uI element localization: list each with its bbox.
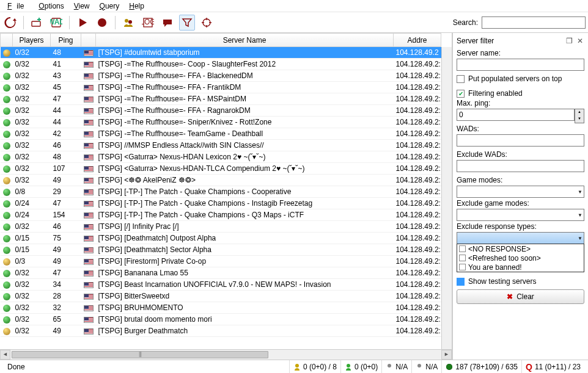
filter-icon[interactable]	[179, 15, 195, 31]
cell-ping: 49	[51, 244, 81, 256]
target-icon[interactable]	[199, 15, 215, 31]
cell-ping: 42	[51, 128, 81, 140]
buddies-icon[interactable]	[120, 15, 136, 31]
populated-checkbox[interactable]: Put populated servers on top	[457, 74, 584, 83]
table-row[interactable]: 0/2447[TSPG] [-TP-] The Patch - Quake Ch…	[1, 198, 441, 209]
add-server-icon[interactable]	[29, 15, 45, 31]
search-input[interactable]	[482, 16, 586, 29]
menu-file[interactable]: File	[2, 1, 34, 12]
table-row[interactable]: 0/3241[TSPG] -=The Ruffhouse=- Coop - Sl…	[1, 59, 441, 70]
dropdown-option[interactable]: <NO RESPONSE>	[457, 244, 584, 253]
country-flag-icon	[84, 96, 94, 103]
close-icon[interactable]: ✕	[576, 37, 584, 45]
cell-addr: 104.128.49.2:	[394, 256, 441, 267]
cell-players: 0/32	[13, 151, 51, 163]
show-testing-checkbox[interactable]: Show testing servers	[457, 277, 584, 286]
game-modes-select[interactable]: ▼	[457, 186, 584, 198]
exclude-wads-input[interactable]	[457, 160, 584, 172]
server-status-icon	[3, 189, 10, 196]
table-row[interactable]: 0/3249[TSPG] Burger Deathmatch104.128.49…	[1, 325, 441, 337]
server-table-wrap: Players Ping Server Name Addre 0/3248[TS…	[0, 33, 452, 360]
col-flag[interactable]	[81, 34, 96, 47]
table-row[interactable]: 0/3246[TSPG] [/] Infinity Prac [/]104.12…	[1, 221, 441, 233]
horizontal-scrollbar[interactable]: ◄ ►	[0, 349, 452, 360]
table-row[interactable]: 0/3234[TSPG] Beast Incarnation UNOFFICIA…	[1, 279, 441, 291]
server-name-label: Server name:	[457, 49, 584, 57]
table-row[interactable]: 0/349[TSPG] [Firestorm] Private Co-op104…	[1, 256, 441, 267]
col-name[interactable]: Server Name	[96, 34, 394, 47]
cell-addr: 104.128.49.2:	[394, 140, 441, 151]
table-row[interactable]: 0/1549[TSPG] [Deathmatch] Sector Alpha10…	[1, 244, 441, 256]
menu-bar: File Options View Query Help	[0, 0, 588, 12]
table-row[interactable]: 0/3265[TSPG] brutal doom momento mori104…	[1, 314, 441, 325]
table-row[interactable]: 0/829[TSPG] [-TP-] The Patch - Quake Cha…	[1, 186, 441, 198]
play-icon[interactable]	[75, 15, 90, 31]
country-flag-icon	[84, 328, 94, 335]
cell-players: 0/32	[13, 221, 51, 233]
dropdown-option[interactable]: <Refreshed too soon>	[457, 253, 584, 263]
table-row[interactable]: 0/1575[TSPG] [Deathmatch] Outpost Alpha1…	[1, 233, 441, 244]
table-row[interactable]: 0/3232[TSPG] BRUHMOMENTO104.128.49.2:	[1, 302, 441, 314]
cell-ping: 107	[51, 163, 81, 175]
wads-input[interactable]	[457, 134, 584, 147]
server-status-icon	[3, 165, 10, 173]
menu-query[interactable]: Query	[95, 1, 125, 12]
cell-ping: 48	[51, 151, 81, 163]
menu-options[interactable]: Options	[34, 1, 68, 12]
table-row[interactable]: 0/3248[TSPG] <Gaturra> Nexus-HDAN Lexico…	[1, 151, 441, 163]
log-icon[interactable]: LOG	[140, 15, 156, 31]
table-row[interactable]: 0/32107[TSPG] <Gaturra> Nexus-HDAN-TLCA …	[1, 163, 441, 175]
table-row[interactable]: 0/3244[TSPG] -=The Ruffhouse=- Sniper/Kn…	[1, 117, 441, 128]
table-row[interactable]: 0/3242[TSPG] -=The Ruffhouse=- TeamGame …	[1, 128, 441, 140]
col-ping[interactable]: Ping	[51, 34, 81, 47]
dropdown-option[interactable]: You are banned!	[457, 263, 584, 272]
country-flag-icon	[84, 73, 94, 79]
country-flag-icon	[84, 120, 94, 126]
table-row[interactable]: 0/3243[TSPG] -=The Ruffhouse=- FFA - Bla…	[1, 70, 441, 82]
country-flag-icon	[84, 50, 94, 56]
exclude-response-select[interactable]: ▼ <NO RESPONSE><Refreshed too soon>You a…	[457, 232, 584, 244]
col-players[interactable]: Players	[13, 34, 51, 47]
cell-addr: 104.128.49.2:	[394, 128, 441, 140]
table-row[interactable]: 0/3249[TSPG] <☸❂ AkelPeniZ ☸❂>104.128.49…	[1, 175, 441, 186]
exclude-response-label: Exclude response types:	[457, 222, 584, 231]
server-status-icon	[3, 235, 10, 242]
server-status-icon	[3, 328, 10, 335]
table-row[interactable]: 0/3247[TSPG] Bananana Lmao 55104.128.49.…	[1, 267, 441, 279]
menu-help[interactable]: Help	[124, 1, 149, 12]
filtering-enabled-checkbox[interactable]: ✔Filtering enabled	[457, 89, 584, 98]
col-addr[interactable]: Addre	[394, 34, 441, 47]
table-row[interactable]: 0/3246[TSPG] //MMSP Endless Attack//with…	[1, 140, 441, 151]
col-icon[interactable]	[1, 34, 13, 47]
cell-name: [TSPG] -=The Ruffhouse=- Sniper/Knivez -…	[96, 117, 394, 128]
record-icon[interactable]	[94, 15, 110, 31]
server-status-icon	[3, 131, 10, 138]
table-row[interactable]: 0/3248[TSPG] #doulmtwid stabporium104.12…	[1, 47, 441, 59]
table-row[interactable]: 0/24154[TSPG] [-TP-] The Patch - Quake C…	[1, 209, 441, 221]
table-row[interactable]: 0/3228[TSPG] BitterSweetxd104.128.49.2:	[1, 291, 441, 302]
server-name-input[interactable]	[457, 59, 584, 71]
country-flag-icon	[84, 259, 94, 265]
clear-button[interactable]: ✖Clear	[457, 289, 584, 304]
exclude-game-modes-select[interactable]: ▼	[457, 209, 584, 221]
vertical-scrollbar[interactable]	[441, 47, 452, 349]
server-status-icon	[3, 73, 10, 80]
cell-ping: 45	[51, 82, 81, 93]
ping-spinner[interactable]: ▲▼	[575, 109, 584, 123]
table-row[interactable]: 0/3245[TSPG] -=The Ruffhouse=- FFA - Fra…	[1, 82, 441, 93]
wad-icon[interactable]: WAD	[48, 15, 64, 31]
table-row[interactable]: 0/3247[TSPG] -=The Ruffhouse=- FFA - MSP…	[1, 93, 441, 105]
cell-ping: 75	[51, 233, 81, 244]
cell-players: 0/32	[13, 47, 51, 59]
refresh-icon[interactable]	[2, 15, 18, 31]
table-row[interactable]: 0/3244[TSPG] -=The Ruffhouse=- FFA - Rag…	[1, 105, 441, 117]
cell-name: [TSPG] [-TP-] The Patch - Quake Champion…	[96, 198, 394, 209]
chat-icon[interactable]	[160, 15, 175, 31]
cell-name: [TSPG] -=The Ruffhouse=- FFA - Blackened…	[96, 70, 394, 82]
dock-icon[interactable]: ❐	[565, 37, 573, 45]
menu-view[interactable]: View	[69, 1, 95, 12]
cell-name: [TSPG] -=The Ruffhouse=- FFA - FrantikDM	[96, 82, 394, 93]
max-ping-input[interactable]	[457, 109, 575, 121]
server-status-icon	[3, 305, 10, 312]
server-status-icon	[3, 281, 10, 289]
